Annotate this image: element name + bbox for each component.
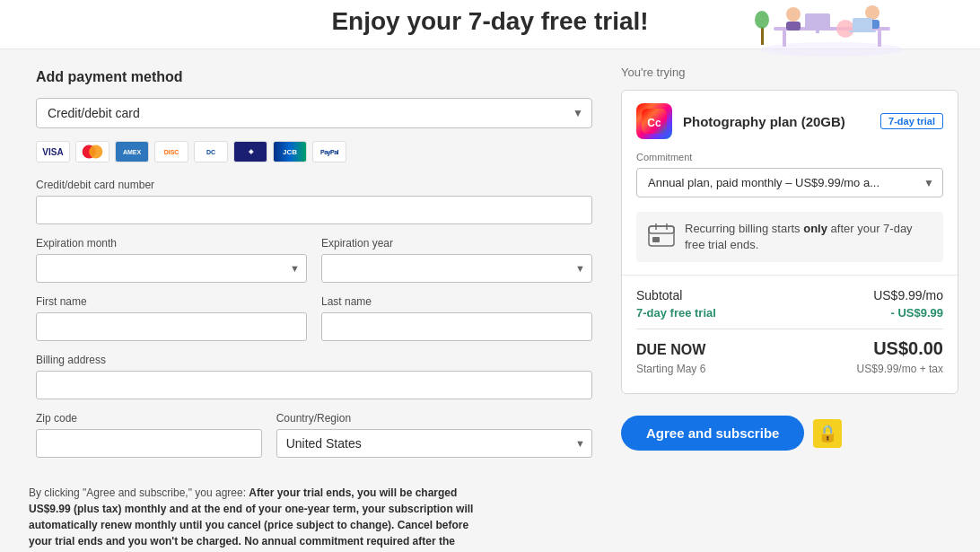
name-row: First name Last name bbox=[36, 295, 592, 354]
last-name-label: Last name bbox=[321, 295, 592, 308]
plan-icon: Cc bbox=[636, 103, 672, 139]
mastercard-icon bbox=[75, 141, 109, 162]
terms-prefix: By clicking "Agree and subscribe," you a… bbox=[29, 486, 249, 499]
card-number-group: Credit/debit card number bbox=[36, 179, 592, 224]
subscribe-area: Agree and subscribe 🔒 bbox=[621, 394, 958, 451]
youre-trying-label: You're trying bbox=[621, 66, 958, 79]
starting-row: Starting May 6 US$9.99/mo + tax bbox=[636, 363, 943, 375]
commitment-select[interactable]: Annual plan, paid monthly – US$9.99/mo a… bbox=[636, 168, 943, 197]
due-now-label: DUE NOW bbox=[636, 342, 705, 358]
billing-address-label: Billing address bbox=[36, 354, 592, 366]
card-number-input[interactable] bbox=[36, 196, 592, 224]
svg-rect-11 bbox=[853, 18, 872, 31]
country-group: Country/Region United States ▼ bbox=[276, 412, 592, 458]
zip-group: Zip code bbox=[36, 412, 262, 458]
subtotal-label: Subtotal bbox=[636, 288, 682, 302]
svg-point-17 bbox=[89, 145, 102, 158]
svg-rect-24 bbox=[652, 237, 660, 242]
price-divider bbox=[636, 329, 943, 329]
plan-header-row: Cc Photography plan (20GB) 7-day trial bbox=[636, 103, 943, 139]
banner-illustration bbox=[747, 0, 917, 61]
top-banner: Enjoy your 7-day free trial! bbox=[0, 0, 980, 49]
network-icon: ◈ bbox=[233, 141, 267, 162]
country-label: Country/Region bbox=[276, 412, 592, 425]
payment-method-select-wrap: Credit/debit card ▼ bbox=[36, 98, 592, 128]
plan-name-wrap: Photography plan (20GB) bbox=[683, 114, 870, 129]
expiry-year-group: Expiration year ▼ bbox=[321, 237, 592, 283]
last-name-input[interactable] bbox=[321, 312, 592, 341]
lock-icon: 🔒 bbox=[813, 419, 842, 448]
billing-address-input[interactable] bbox=[36, 371, 592, 399]
payment-method-select[interactable]: Credit/debit card bbox=[36, 98, 592, 128]
last-name-group: Last name bbox=[321, 295, 592, 341]
expiry-year-wrap: ▼ bbox=[321, 254, 592, 283]
due-now-value: US$0.00 bbox=[873, 338, 943, 359]
jcb-icon: JCB bbox=[273, 141, 307, 162]
starting-value: US$9.99/mo + tax bbox=[857, 363, 943, 375]
amex-icon: AMEX bbox=[115, 141, 149, 162]
country-select[interactable]: United States bbox=[276, 429, 592, 458]
svg-point-0 bbox=[760, 42, 904, 57]
commitment-label: Commitment bbox=[636, 152, 943, 162]
zip-country-row: Zip code Country/Region United States ▼ bbox=[36, 412, 592, 458]
subtotal-row: Subtotal US$9.99/mo bbox=[636, 288, 943, 302]
trial-badge: 7-day trial bbox=[880, 113, 943, 129]
card-icons-row: VISA AMEX DISC DC ◈ JCB PayPal bbox=[36, 141, 592, 162]
svg-rect-21 bbox=[649, 226, 674, 233]
payment-section-title: Add payment method bbox=[36, 69, 592, 85]
billing-address-group: Billing address bbox=[36, 354, 592, 399]
svg-point-14 bbox=[755, 11, 769, 29]
svg-rect-3 bbox=[878, 31, 881, 47]
first-name-label: First name bbox=[36, 295, 307, 308]
expiry-month-select[interactable] bbox=[36, 254, 307, 283]
svg-rect-13 bbox=[761, 27, 764, 45]
expiry-month-wrap: ▼ bbox=[36, 254, 307, 283]
visa-icon: VISA bbox=[36, 141, 70, 162]
main-layout: Add payment method Credit/debit card ▼ V… bbox=[0, 49, 980, 552]
billing-notice-text: Recurring billing starts only after your… bbox=[685, 221, 932, 253]
plan-name: Photography plan (20GB) bbox=[683, 114, 845, 129]
plan-card-middle: Commitment Annual plan, paid monthly – U… bbox=[622, 152, 958, 275]
right-panel: You're trying bbox=[621, 49, 980, 552]
due-now-row: DUE NOW US$0.00 bbox=[636, 338, 943, 359]
page-wrapper: Enjoy your 7-day free trial! bbox=[0, 0, 980, 552]
svg-rect-5 bbox=[786, 22, 801, 31]
zip-label: Zip code bbox=[36, 412, 262, 425]
starting-label: Starting May 6 bbox=[636, 363, 705, 375]
svg-text:Cc: Cc bbox=[647, 117, 661, 129]
calendar-icon bbox=[647, 223, 676, 250]
expiry-month-group: Expiration month ▼ bbox=[36, 237, 307, 283]
expiry-month-label: Expiration month bbox=[36, 237, 307, 250]
billing-notice-prefix: Recurring billing starts bbox=[685, 222, 803, 235]
terms-text: By clicking "Agree and subscribe," you a… bbox=[0, 470, 503, 552]
trial-discount-label: 7-day free trial bbox=[636, 306, 716, 320]
first-name-group: First name bbox=[36, 295, 307, 341]
billing-notice-bold: only bbox=[803, 222, 827, 235]
left-panel: Add payment method Credit/debit card ▼ V… bbox=[0, 49, 621, 552]
plan-card: Cc Photography plan (20GB) 7-day trial C… bbox=[621, 90, 958, 394]
svg-point-4 bbox=[786, 7, 801, 22]
trial-discount-row: 7-day free trial - US$9.99 bbox=[636, 306, 943, 320]
commitment-select-wrap: Annual plan, paid monthly – US$9.99/mo a… bbox=[636, 168, 943, 197]
expiry-year-select[interactable] bbox=[321, 254, 592, 283]
plan-card-header: Cc Photography plan (20GB) 7-day trial bbox=[622, 91, 958, 139]
svg-rect-12 bbox=[849, 31, 876, 32]
svg-rect-7 bbox=[816, 30, 819, 33]
first-name-input[interactable] bbox=[36, 312, 307, 341]
expiry-row: Expiration month ▼ Expiration year bbox=[36, 237, 592, 295]
svg-point-9 bbox=[865, 5, 879, 20]
billing-notice: Recurring billing starts only after your… bbox=[636, 212, 943, 262]
svg-rect-20 bbox=[649, 226, 674, 246]
diners-icon: DC bbox=[194, 141, 228, 162]
plan-pricing: Subtotal US$9.99/mo 7-day free trial - U… bbox=[622, 275, 958, 393]
agree-subscribe-button[interactable]: Agree and subscribe bbox=[621, 416, 804, 451]
svg-point-8 bbox=[836, 20, 854, 38]
expiry-year-label: Expiration year bbox=[321, 237, 592, 250]
discover-icon: DISC bbox=[154, 141, 188, 162]
svg-rect-2 bbox=[783, 31, 786, 47]
svg-rect-6 bbox=[805, 13, 830, 30]
subtotal-value: US$9.99/mo bbox=[873, 288, 943, 302]
paypal-icon: PayPal bbox=[312, 141, 346, 162]
card-number-label: Credit/debit card number bbox=[36, 179, 592, 191]
zip-input[interactable] bbox=[36, 429, 262, 458]
